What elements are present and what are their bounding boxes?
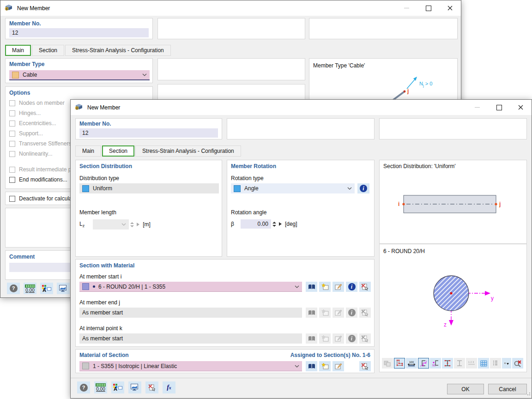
chevron-down-icon [295, 285, 299, 288]
member-no-input[interactable]: 12 [79, 128, 218, 138]
rotation-type-select[interactable]: Angle [231, 183, 355, 193]
close-icon[interactable] [510, 100, 532, 115]
checkbox-eccentricities[interactable]: Eccentricities... [9, 120, 56, 127]
checkbox-icon[interactable] [9, 121, 15, 127]
member-type-select[interactable]: Cable [9, 70, 150, 80]
titlebar[interactable]: 6 New Member [0, 0, 461, 16]
decimal-places-button[interactable]: 0,00 [24, 283, 36, 294]
zoom-reset-icon[interactable] [512, 358, 523, 369]
fx-icon: fx [167, 384, 171, 391]
member-end-label: At member end j [79, 299, 120, 306]
checkbox-hinges[interactable]: Hinges... [9, 110, 41, 116]
distribution-type-select[interactable]: Uniform [79, 183, 219, 193]
tab-stress-strain[interactable]: Stress-Strain Analysis - Configuration [65, 45, 171, 56]
beta-expand-icon[interactable] [279, 222, 282, 226]
tab-bar: Main Section Stress-Strain Analysis - Co… [5, 45, 172, 56]
rotation-type-label: Rotation type [231, 175, 264, 181]
resize-grip[interactable] [526, 391, 531, 397]
shear-center-icon[interactable]: SC [430, 358, 441, 369]
checkbox-icon[interactable] [9, 196, 15, 202]
checkbox-icon[interactable] [9, 167, 15, 173]
help-button[interactable]: ? [77, 381, 90, 393]
minimize-button[interactable] [466, 100, 488, 115]
tab-main[interactable]: Main [75, 145, 101, 157]
checkbox-icon[interactable] [9, 151, 15, 157]
new-icon [321, 284, 329, 290]
stress-points-icon[interactable] [442, 358, 453, 369]
help-button[interactable]: ? [7, 283, 20, 294]
lz-input[interactable] [93, 219, 129, 230]
checkbox-icon[interactable] [9, 100, 15, 106]
checkbox-icon[interactable] [9, 131, 15, 137]
checkbox-deactivate[interactable]: Deactivate for calcula [9, 195, 72, 202]
checkbox-end-modifications[interactable]: End modifications... [9, 176, 67, 183]
material-color-icon [82, 363, 89, 369]
delete-assignment-button [359, 308, 371, 318]
info-button[interactable]: i [346, 282, 357, 292]
lz-stepper[interactable] [130, 222, 134, 227]
beta-stepper[interactable] [272, 222, 276, 227]
empty-box [309, 18, 458, 39]
section-outline-icon[interactable] [454, 358, 465, 369]
tab-section[interactable]: Section [102, 145, 134, 157]
lz-expand-icon[interactable] [137, 223, 139, 226]
info-button[interactable]: i [357, 183, 369, 193]
delete-assignment-button[interactable] [359, 361, 371, 371]
library-button[interactable] [306, 361, 317, 371]
checkbox-result-intermediate[interactable]: Result intermediate p [9, 166, 71, 173]
rotation-angle-label: Rotation angle [231, 209, 266, 216]
maximize-button[interactable] [488, 100, 510, 115]
display-settings-button[interactable]: A [40, 283, 53, 294]
delete-assignment-button[interactable] [359, 282, 371, 292]
edit-section-button[interactable] [332, 282, 344, 292]
beta-input[interactable]: 0.00 [241, 219, 271, 229]
dimensions-icon[interactable]: 100 [406, 358, 417, 369]
axes-icon[interactable]: yz [418, 358, 429, 369]
checkbox-icon[interactable] [9, 110, 15, 116]
checkbox-icon[interactable] [9, 141, 15, 147]
member-no-input[interactable]: 12 [9, 28, 149, 37]
display-settings-button[interactable]: A [111, 381, 124, 393]
member-type-color-icon [12, 72, 19, 79]
more-options-dropdown[interactable] [502, 358, 511, 369]
edit-icon [335, 309, 342, 316]
delete-object-button[interactable] [145, 381, 158, 393]
section-start-select[interactable]: 6 - ROUND 20/H | 1 - S355 [79, 282, 302, 292]
formula-button[interactable]: fx [163, 381, 175, 393]
numbering-icon[interactable]: 1 2 3 [466, 358, 477, 369]
app-icon: 6 [75, 103, 83, 112]
checkbox-nodes-on-member[interactable]: Nodes on member [9, 100, 65, 106]
maximize-button[interactable] [417, 0, 439, 16]
checkbox-nonlinearity[interactable]: Nonlinearity... [9, 151, 52, 157]
ok-button[interactable]: OK [447, 384, 484, 394]
decimal-places-button[interactable]: 0,00 [94, 381, 107, 393]
section-distribution-header: Section Distribution [79, 163, 132, 169]
section-internal-select[interactable]: As member start [79, 333, 302, 344]
distribution-type-label: Distribution type [79, 175, 119, 181]
checkbox-transverse-stiffeners[interactable]: Transverse Stiffeners... [9, 140, 76, 147]
checkbox-support[interactable]: Support... [9, 130, 43, 137]
stress-point-table-icon[interactable] [490, 358, 501, 369]
new-section-button[interactable] [319, 282, 331, 292]
library-button[interactable] [306, 282, 317, 292]
info-button: i [346, 308, 357, 318]
grid-icon[interactable] [478, 358, 489, 369]
titlebar[interactable]: 6 New Member [71, 100, 532, 115]
minimize-button[interactable] [396, 0, 417, 16]
screen-preview-button[interactable] [57, 283, 70, 294]
edit-material-button[interactable] [332, 361, 344, 371]
render-preview-icon[interactable] [382, 358, 393, 369]
tab-section[interactable]: Section [32, 45, 64, 56]
section-end-select[interactable]: As member start [79, 308, 302, 318]
cancel-button[interactable]: Cancel [488, 384, 527, 394]
new-material-button[interactable] [319, 361, 331, 371]
screen-preview-button[interactable] [128, 381, 141, 393]
section-color-icon [82, 283, 89, 290]
checkbox-icon[interactable] [9, 177, 15, 183]
close-icon[interactable] [439, 0, 461, 16]
material-select[interactable]: 1 - S355 | Isotropic | Linear Elastic [79, 361, 302, 371]
section-shape-icon[interactable] [394, 358, 405, 369]
edit-icon [335, 363, 342, 369]
tab-stress-strain[interactable]: Stress-Strain Analysis - Configuration [135, 145, 241, 157]
tab-main[interactable]: Main [5, 45, 31, 56]
